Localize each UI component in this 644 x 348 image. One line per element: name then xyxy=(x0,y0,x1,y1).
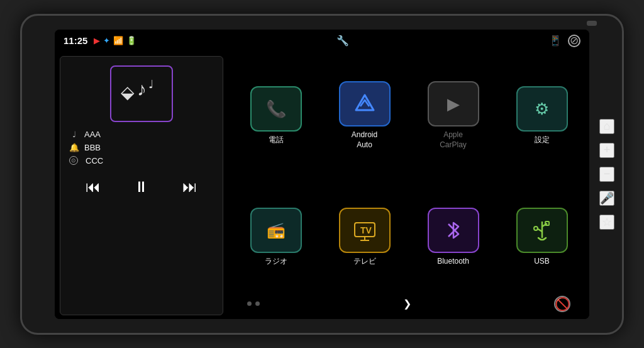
phone-app-label: 電話 xyxy=(269,135,284,145)
settings-app-label: 設定 xyxy=(535,135,550,145)
android-app-label: AndroidAuto xyxy=(352,130,377,150)
status-right: 📱 ⊘ xyxy=(549,35,580,47)
track-name-2: BBB xyxy=(84,143,101,152)
app-item-usb[interactable]: USB xyxy=(501,182,583,292)
track-item-2: 🔔 BBB xyxy=(69,143,214,152)
page-dots xyxy=(247,301,260,306)
next-button[interactable]: ⏭ xyxy=(177,176,203,198)
wrench-icon: 🔧 xyxy=(336,35,349,47)
volume-up-button[interactable]: + xyxy=(599,143,614,158)
phone-symbol: 📞 xyxy=(266,99,286,119)
play-status-icon: ▶ xyxy=(94,36,100,45)
status-bar: 11:25 ▶ ✦ 📶 🔋 🔧 📱 ⊘ xyxy=(55,30,589,52)
home-button[interactable]: ⌂ xyxy=(599,119,614,134)
app-item-phone[interactable]: 📞 電話 xyxy=(235,56,317,176)
app-item-radio[interactable]: 📻 ラジオ xyxy=(235,182,317,292)
apple-play-symbol: ▶ xyxy=(447,94,460,114)
bottom-bar: ❯ 🚫 xyxy=(235,293,583,315)
side-buttons: ⌂ + − 🎤 ☆ xyxy=(599,119,614,230)
dot-2 xyxy=(255,301,260,306)
prev-button[interactable]: ⏮ xyxy=(80,176,106,198)
track-list: ♩ AAA 🔔 BBB ⊙ CCC xyxy=(69,130,214,166)
app-item-bluetooth[interactable]: Bluetooth xyxy=(412,182,494,292)
track-item-1: ♩ AAA xyxy=(69,130,214,139)
app-grid-panel: 📞 電話 AndroidAuto xyxy=(228,52,589,319)
app-item-settings[interactable]: ⚙ 設定 xyxy=(501,56,583,176)
app-grid: 📞 電話 AndroidAuto xyxy=(235,56,583,293)
apple-app-icon: ▶ xyxy=(428,81,479,126)
track-icon-3: ⊙ xyxy=(69,156,78,165)
app-item-android[interactable]: AndroidAuto xyxy=(323,56,406,176)
player-controls: ⏮ ⏸ ⏭ xyxy=(69,176,214,198)
radio-symbol: 📻 xyxy=(267,222,286,239)
device-outer: 11:25 ▶ ✦ 📶 🔋 🔧 📱 ⊘ ⬙ xyxy=(20,14,624,335)
track-name-1: AAA xyxy=(84,130,101,139)
usb-app-icon xyxy=(516,208,568,253)
svg-marker-3 xyxy=(356,95,374,110)
phone-top-icon: 📱 xyxy=(549,35,562,47)
svg-text:TV: TV xyxy=(360,225,372,235)
volume-down-button[interactable]: − xyxy=(599,167,614,182)
status-icons: ▶ ✦ 📶 🔋 xyxy=(94,36,136,45)
signal-icon: 📶 xyxy=(113,36,123,45)
mic-button[interactable]: 🎤 xyxy=(599,191,614,206)
no-music-icon: 🚫 xyxy=(554,296,570,312)
main-content: ⬙ ♪ ♩ ♩ AAA 🔔 BBB xyxy=(55,52,589,319)
app-item-apple[interactable]: ▶ AppleCarPlay xyxy=(412,56,494,176)
app-item-tv[interactable]: TV テレビ xyxy=(323,182,406,292)
bluetooth-app-label: Bluetooth xyxy=(437,257,469,267)
tv-app-label: テレビ xyxy=(353,257,376,267)
phone-app-icon: 📞 xyxy=(250,86,302,132)
svg-text:♩: ♩ xyxy=(148,78,153,91)
apple-app-label: AppleCarPlay xyxy=(440,130,467,150)
track-item-3: ⊙ CCC xyxy=(69,156,214,166)
gear-symbol: ⚙ xyxy=(535,99,549,119)
settings-app-icon: ⚙ xyxy=(516,86,568,132)
usb-app-label: USB xyxy=(534,257,550,267)
track-name-3: CCC xyxy=(86,156,103,166)
media-player-panel: ⬙ ♪ ♩ ♩ AAA 🔔 BBB xyxy=(60,56,223,315)
battery-icon: 🔋 xyxy=(126,36,136,45)
star-button[interactable]: ☆ xyxy=(599,215,614,230)
svg-point-12 xyxy=(534,227,538,230)
power-button[interactable] xyxy=(587,21,597,26)
radio-app-icon: 📻 xyxy=(250,208,302,253)
device-screen: 11:25 ▶ ✦ 📶 🔋 🔧 📱 ⊘ ⬙ xyxy=(55,30,589,319)
svg-text:⬙: ⬙ xyxy=(121,82,135,102)
album-art: ⬙ ♪ ♩ xyxy=(110,65,173,122)
bluetooth-app-icon xyxy=(428,208,479,253)
track-icon-1: ♩ xyxy=(69,130,79,139)
status-center: 🔧 xyxy=(140,35,545,47)
no-circle-icon: ⊘ xyxy=(568,35,580,47)
status-time: 11:25 xyxy=(64,35,87,46)
radio-app-label: ラジオ xyxy=(265,257,287,267)
tv-app-icon: TV xyxy=(339,208,391,253)
bluetooth-status-icon: ✦ xyxy=(103,36,110,45)
nav-arrow[interactable]: ❯ xyxy=(403,298,411,310)
svg-text:♪: ♪ xyxy=(137,79,147,99)
track-icon-2: 🔔 xyxy=(69,143,79,152)
pause-button[interactable]: ⏸ xyxy=(129,176,154,198)
dot-1 xyxy=(247,301,252,306)
android-app-icon xyxy=(339,81,391,126)
